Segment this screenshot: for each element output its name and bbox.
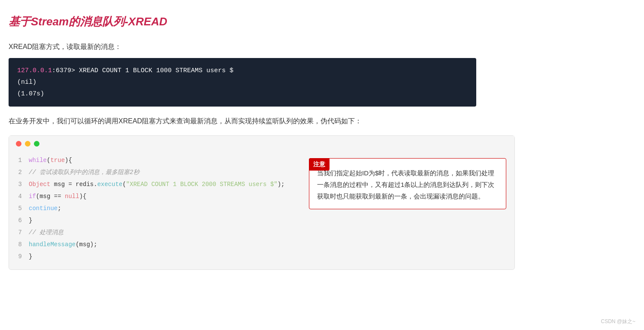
mac-minimize-button[interactable] <box>25 141 30 147</box>
code-token: } <box>29 253 32 260</box>
line-number: 5 <box>16 202 29 214</box>
code-and-note-wrapper: 1while(true){2 // 尝试读取队列中的消息，最多阻塞2秒3 Obj… <box>9 135 627 209</box>
code-line: 8 handleMessage(msg); <box>16 238 508 251</box>
line-number: 9 <box>16 251 29 263</box>
code-token: (msg == <box>36 193 65 200</box>
watermark: CSDN @妹之~ <box>601 318 635 326</box>
terminal-nil: (nil) <box>17 76 468 88</box>
intro-text: XREAD阻塞方式，读取最新的消息： <box>9 41 627 52</box>
code-token: true <box>50 157 65 164</box>
code-token: handleMessage <box>29 241 76 248</box>
note-box: 注意 当我们指定起始ID为$时，代表读取最新的消息，如果我们处理一条消息的过程中… <box>309 158 506 209</box>
mac-maximize-button[interactable] <box>34 141 39 147</box>
line-content: handleMessage(msg); <box>29 238 508 251</box>
code-line: 7 // 处理消息 <box>16 226 508 238</box>
code-token: ){ <box>65 157 72 164</box>
line-content: } <box>29 214 508 226</box>
line-number: 2 <box>16 166 29 178</box>
code-token: // 尝试读取队列中的消息，最多阻塞2秒 <box>29 169 139 176</box>
terminal-ip: 127.0.0.1 <box>17 67 52 74</box>
mac-window-controls <box>9 136 514 151</box>
line-content: } <box>29 251 508 263</box>
code-token: // 处理消息 <box>29 229 63 236</box>
terminal-block: 127.0.0.1:6379> XREAD COUNT 1 BLOCK 1000… <box>9 58 476 107</box>
terminal-command: XREAD COUNT 1 BLOCK 1000 STREAMS users $ <box>75 67 233 74</box>
line-number: 3 <box>16 178 29 190</box>
code-token: while <box>29 157 47 164</box>
terminal-line-1: 127.0.0.1:6379> XREAD COUNT 1 BLOCK 1000… <box>17 65 468 76</box>
line-number: 1 <box>16 154 29 166</box>
code-token: (msg); <box>76 241 97 248</box>
code-token: msg = redis. <box>50 181 97 188</box>
code-token: ); <box>278 181 285 188</box>
line-number: 7 <box>16 226 29 238</box>
code-token: ; <box>57 205 61 212</box>
code-token: "XREAD COUNT 1 BLOCK 2000 STREAMS users … <box>126 181 278 188</box>
code-token: ){ <box>79 193 87 200</box>
page-title: 基于Stream的消息队列-XREAD <box>9 13 627 31</box>
mac-close-button[interactable] <box>16 141 21 147</box>
line-number: 6 <box>16 214 29 226</box>
line-content: // 处理消息 <box>29 226 508 238</box>
terminal-time: (1.07s) <box>17 88 468 100</box>
code-token: ( <box>122 181 126 188</box>
code-token: Object <box>29 181 50 188</box>
code-token: continue <box>29 205 57 212</box>
line-number: 8 <box>16 238 29 251</box>
note-wrapper: 注意 当我们指定起始ID为$时，代表读取最新的消息，如果我们处理一条消息的过程中… <box>309 158 627 209</box>
paragraph-text: 在业务开发中，我们可以循环的调用XREAD阻塞方式来查询最新消息，从而实现持续监… <box>9 115 627 128</box>
note-tag: 注意 <box>309 158 330 171</box>
code-token: } <box>29 217 32 224</box>
code-line: 6 } <box>16 214 508 226</box>
terminal-port: :6379> <box>52 67 75 74</box>
code-token: if <box>29 193 36 200</box>
code-token: execute <box>97 181 123 188</box>
code-line: 9 } <box>16 251 508 263</box>
note-content: 当我们指定起始ID为$时，代表读取最新的消息，如果我们处理一条消息的过程中，又有… <box>317 167 498 202</box>
line-number: 4 <box>16 190 29 202</box>
code-token: null <box>65 193 79 200</box>
